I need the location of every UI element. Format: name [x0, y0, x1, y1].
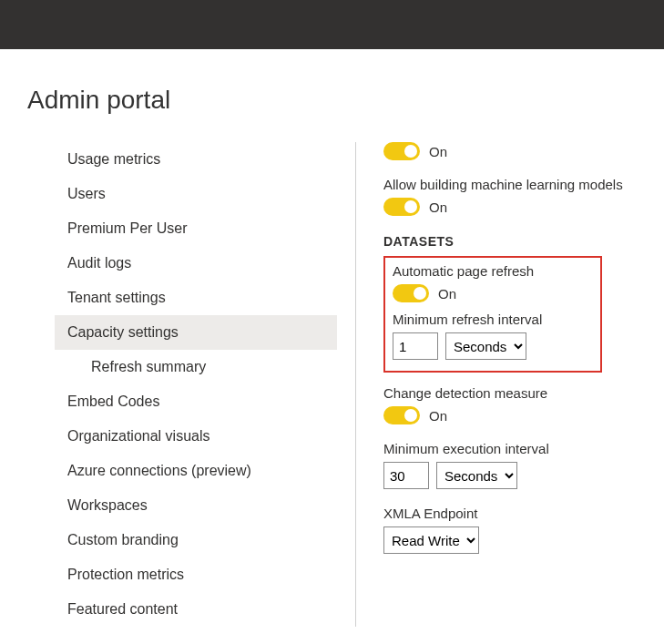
sidebar-item-capacity-settings[interactable]: Capacity settings	[55, 315, 337, 350]
toggle-state-label: On	[438, 286, 456, 302]
sidebar-item-workspaces[interactable]: Workspaces	[55, 488, 337, 523]
top-bar	[0, 0, 664, 49]
min-execution-interval-unit[interactable]: Seconds	[436, 462, 517, 489]
toggle-unknown-top[interactable]	[383, 142, 420, 160]
sidebar-item-usage-metrics[interactable]: Usage metrics	[55, 142, 337, 177]
toggle-auto-page-refresh[interactable]	[393, 284, 429, 302]
change-detection-label: Change detection measure	[383, 385, 637, 401]
min-execution-interval-label: Minimum execution interval	[383, 441, 637, 456]
toggle-change-detection[interactable]	[383, 406, 420, 424]
sidebar-item-azure-connections[interactable]: Azure connections (preview)	[55, 454, 337, 488]
min-refresh-interval-label: Minimum refresh interval	[393, 312, 593, 327]
content-panel: On Allow building machine learning model…	[383, 142, 664, 627]
toggle-ml-models[interactable]	[383, 198, 420, 216]
xmla-endpoint-label: XMLA Endpoint	[383, 506, 637, 521]
sidebar-item-embed-codes[interactable]: Embed Codes	[55, 384, 337, 419]
page-title: Admin portal	[27, 86, 664, 115]
min-refresh-interval-unit[interactable]: Seconds	[445, 332, 526, 360]
sidebar-item-tenant-settings[interactable]: Tenant settings	[55, 281, 337, 315]
min-execution-interval-input[interactable]	[383, 462, 429, 489]
sidebar-item-featured-content[interactable]: Featured content	[55, 592, 337, 627]
sidebar-item-refresh-summary[interactable]: Refresh summary	[55, 350, 337, 384]
ml-models-label: Allow building machine learning models	[383, 177, 637, 192]
automatic-page-refresh-highlight: Automatic page refresh On Minimum refres…	[383, 256, 602, 373]
sidebar-item-users[interactable]: Users	[55, 177, 337, 211]
vertical-divider	[355, 142, 356, 627]
sidebar-item-custom-branding[interactable]: Custom branding	[55, 523, 337, 557]
xmla-endpoint-select[interactable]: Read Write	[383, 526, 479, 554]
sidebar-item-organizational-visuals[interactable]: Organizational visuals	[55, 419, 337, 454]
sidebar-item-premium-per-user[interactable]: Premium Per User	[55, 211, 337, 246]
toggle-state-label: On	[429, 199, 447, 215]
min-refresh-interval-input[interactable]	[393, 332, 438, 360]
datasets-section-header: DATASETS	[383, 234, 637, 249]
sidebar: Usage metrics Users Premium Per User Aud…	[27, 142, 337, 627]
auto-page-refresh-label: Automatic page refresh	[393, 263, 593, 279]
toggle-state-label: On	[429, 408, 447, 424]
toggle-state-label: On	[429, 144, 447, 159]
sidebar-item-protection-metrics[interactable]: Protection metrics	[55, 557, 337, 592]
sidebar-item-audit-logs[interactable]: Audit logs	[55, 246, 337, 281]
